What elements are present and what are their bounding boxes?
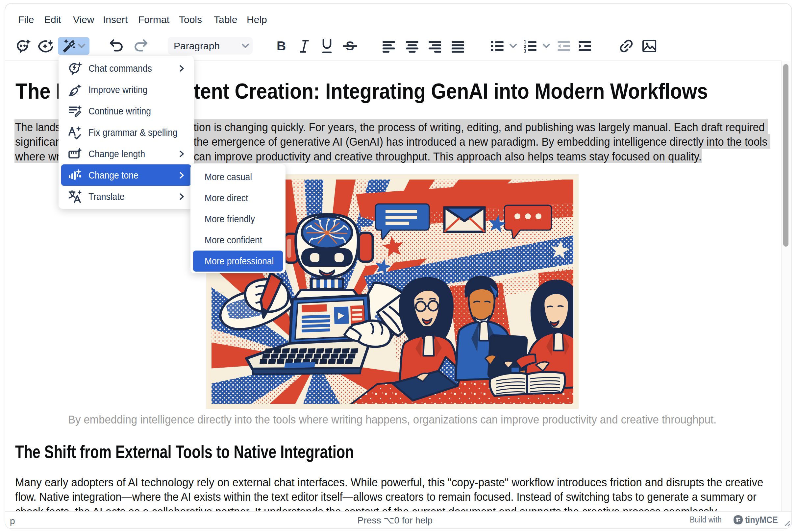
svg-text:3: 3 <box>524 48 526 54</box>
